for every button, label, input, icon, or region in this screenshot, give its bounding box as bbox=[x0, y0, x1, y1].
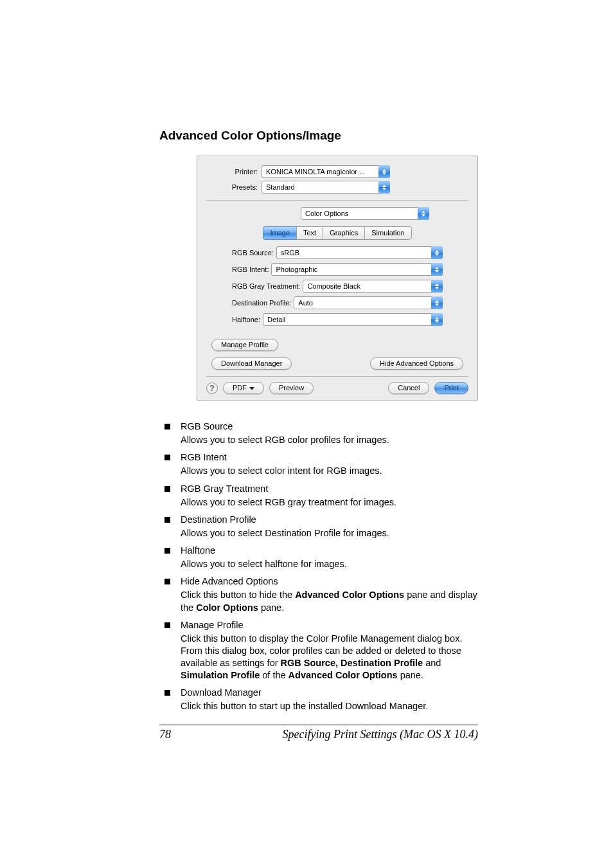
pdf-label: PDF bbox=[233, 384, 247, 392]
bullet-icon bbox=[164, 455, 170, 460]
bullet-icon bbox=[164, 579, 170, 584]
printer-label: Printer: bbox=[206, 168, 262, 176]
rgb-source-value: sRGB bbox=[281, 249, 438, 257]
rgb-gray-value: Composite Black bbox=[307, 282, 438, 290]
page-number: 78 bbox=[159, 728, 171, 741]
bullet-desc: Allows you to select RGB color profiles … bbox=[181, 434, 478, 446]
bullet-title: Halftone bbox=[181, 545, 478, 557]
presets-select[interactable]: Standard bbox=[262, 181, 390, 194]
dropdown-arrows-icon bbox=[418, 207, 429, 220]
bullet-desc: Allows you to select halftone for images… bbox=[181, 558, 478, 570]
pdf-menu-button[interactable]: PDF bbox=[223, 382, 264, 394]
dropdown-arrows-icon bbox=[378, 165, 390, 178]
chevron-down-icon bbox=[249, 387, 254, 390]
footer-rule bbox=[159, 725, 478, 725]
footer-text: Specifying Print Settings (Mac OS X 10.4… bbox=[283, 728, 478, 741]
dropdown-arrows-icon bbox=[431, 246, 443, 259]
bullet-desc: Click this button to start up the instal… bbox=[181, 700, 478, 712]
tab-image[interactable]: Image bbox=[263, 226, 296, 240]
printer-select-value: KONICA MINOLTA magicolor ... bbox=[266, 168, 386, 176]
bullet-icon bbox=[164, 424, 170, 429]
rgb-gray-label: RGB Gray Treatment: bbox=[232, 282, 303, 290]
bullet-desc: Allows you to select Destination Profile… bbox=[181, 527, 478, 539]
bullet-icon bbox=[164, 517, 170, 523]
tab-graphics[interactable]: Graphics bbox=[323, 226, 364, 240]
bullet-desc: Allows you to select color intent for RG… bbox=[181, 465, 478, 477]
presets-select-value: Standard bbox=[266, 183, 386, 191]
rgb-intent-label: RGB Intent: bbox=[232, 266, 271, 273]
bullet-title: Hide Advanced Options bbox=[181, 575, 478, 588]
print-button[interactable]: Print bbox=[434, 382, 468, 394]
bullet-icon bbox=[164, 548, 170, 554]
panel-select-value: Color Options bbox=[305, 210, 425, 217]
bullet-desc: Click this button to display the Color P… bbox=[181, 633, 478, 682]
halftone-value: Detail bbox=[267, 316, 438, 323]
dropdown-arrows-icon bbox=[378, 181, 390, 194]
bullet-desc: Click this button to hide the Advanced C… bbox=[181, 589, 478, 613]
bullet-icon bbox=[164, 690, 170, 696]
tab-simulation[interactable]: Simulation bbox=[364, 226, 411, 240]
rgb-intent-select[interactable]: Photographic bbox=[271, 263, 443, 276]
bullet-title: Destination Profile bbox=[181, 514, 478, 526]
bullet-icon bbox=[164, 486, 170, 492]
download-manager-button[interactable]: Download Manager bbox=[211, 357, 292, 370]
halftone-label: Halftone: bbox=[232, 316, 263, 323]
manage-profile-button[interactable]: Manage Profile bbox=[211, 339, 278, 351]
dropdown-arrows-icon bbox=[431, 263, 443, 276]
rgb-gray-select[interactable]: Composite Black bbox=[303, 280, 443, 293]
dropdown-arrows-icon bbox=[431, 280, 443, 293]
hide-advanced-options-button[interactable]: Hide Advanced Options bbox=[370, 357, 463, 370]
dropdown-arrows-icon bbox=[431, 313, 443, 326]
destination-profile-label: Destination Profile: bbox=[232, 299, 294, 307]
bullet-title: Manage Profile bbox=[181, 619, 478, 631]
bullet-desc: Allows you to select RGB gray treatment … bbox=[181, 496, 478, 509]
print-dialog: Printer: KONICA MINOLTA magicolor ... Pr… bbox=[197, 156, 478, 401]
bullet-icon bbox=[164, 622, 170, 628]
destination-profile-value: Auto bbox=[298, 299, 438, 307]
halftone-select[interactable]: Detail bbox=[263, 313, 443, 326]
dropdown-arrows-icon bbox=[431, 296, 443, 309]
rgb-source-select[interactable]: sRGB bbox=[276, 246, 443, 259]
rgb-source-label: RGB Source: bbox=[232, 249, 276, 257]
destination-profile-select[interactable]: Auto bbox=[294, 296, 443, 309]
help-button[interactable]: ? bbox=[206, 383, 218, 394]
bullet-title: RGB Source bbox=[181, 420, 478, 433]
color-options-tabs: Image Text Graphics Simulation bbox=[206, 226, 468, 240]
presets-label: Presets: bbox=[206, 183, 262, 191]
tab-text[interactable]: Text bbox=[296, 226, 323, 240]
cancel-button[interactable]: Cancel bbox=[388, 382, 429, 394]
panel-select[interactable]: Color Options bbox=[301, 207, 429, 220]
preview-button[interactable]: Preview bbox=[269, 382, 314, 394]
rgb-intent-value: Photographic bbox=[276, 266, 438, 273]
bullet-title: RGB Gray Treatment bbox=[181, 483, 478, 495]
printer-select[interactable]: KONICA MINOLTA magicolor ... bbox=[262, 165, 390, 178]
bullet-title: RGB Intent bbox=[181, 451, 478, 464]
section-heading: Advanced Color Options/Image bbox=[159, 129, 478, 143]
bullet-title: Download Manager bbox=[181, 687, 478, 699]
options-description-list: RGB Source Allows you to select RGB colo… bbox=[159, 420, 478, 713]
